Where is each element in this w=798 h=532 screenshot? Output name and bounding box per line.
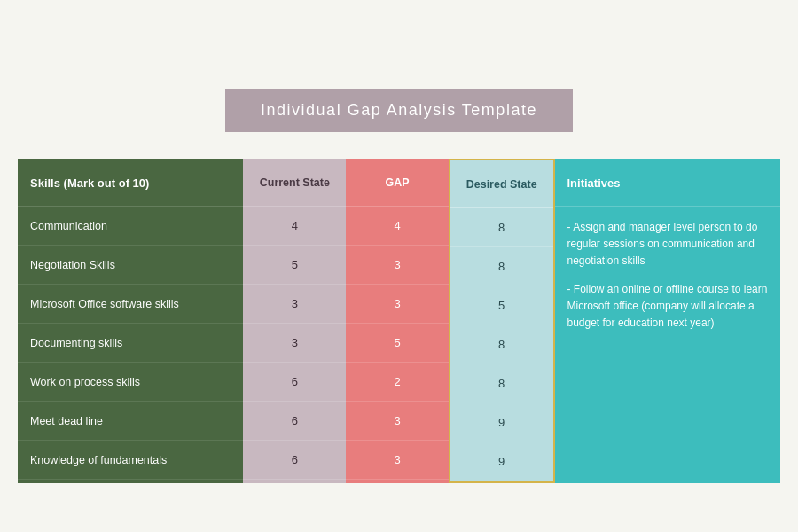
desired-row-1: 8 — [450, 208, 553, 247]
initiatives-line-1: - Assign and manager level person to do … — [567, 219, 768, 270]
gap-row-5: 2 — [346, 363, 449, 402]
current-row-3: 3 — [243, 285, 346, 324]
desired-row-7: 9 — [450, 442, 553, 481]
desired-state-header: Desired State — [450, 160, 553, 208]
page-title: Individual Gap Analysis Template — [225, 89, 573, 132]
gap-row-3: 3 — [346, 285, 449, 324]
gap-row-6: 3 — [346, 402, 449, 441]
gap-header: GAP — [346, 159, 449, 207]
skill-row-3: Microsoft Office software skills — [18, 285, 243, 324]
skill-row-4: Documenting skills — [18, 324, 243, 363]
initiatives-line-2: - Follow an online or offline course to … — [567, 281, 768, 332]
skill-row-5: Work on process skills — [18, 363, 243, 402]
desired-row-5: 8 — [450, 364, 553, 403]
initiatives-column: Initiatives - Assign and manager level p… — [555, 159, 780, 483]
gap-row-2: 3 — [346, 246, 449, 285]
skills-column: Skills (Mark out of 10) Communication Ne… — [18, 159, 243, 483]
skills-header: Skills (Mark out of 10) — [18, 159, 243, 207]
skill-row-6: Meet dead line — [18, 402, 243, 441]
skill-row-2: Negotiation Skills — [18, 246, 243, 285]
current-row-2: 5 — [243, 246, 346, 285]
desired-row-3: 5 — [450, 286, 553, 325]
desired-row-6: 9 — [450, 403, 553, 442]
desired-row-4: 8 — [450, 325, 553, 364]
current-state-header: Current State — [243, 159, 346, 207]
gap-column: GAP 4 3 3 5 2 3 3 — [346, 159, 449, 483]
current-row-4: 3 — [243, 324, 346, 363]
initiatives-content: - Assign and manager level person to do … — [555, 207, 780, 483]
initiatives-header: Initiatives — [555, 159, 780, 207]
current-row-1: 4 — [243, 207, 346, 246]
gap-row-4: 5 — [346, 324, 449, 363]
title-container: Individual Gap Analysis Template — [225, 89, 573, 132]
gap-analysis-table: Skills (Mark out of 10) Communication Ne… — [18, 159, 780, 483]
current-row-6: 6 — [243, 402, 346, 441]
current-row-7: 6 — [243, 441, 346, 480]
current-row-5: 6 — [243, 363, 346, 402]
current-state-column: Current State 4 5 3 3 6 6 6 — [243, 159, 346, 483]
gap-row-7: 3 — [346, 441, 449, 480]
gap-row-1: 4 — [346, 207, 449, 246]
desired-row-2: 8 — [450, 247, 553, 286]
desired-state-column: Desired State 8 8 5 8 8 9 9 — [449, 159, 555, 483]
skill-row-7: Knowledge of fundamentals — [18, 441, 243, 480]
skill-row-1: Communication — [18, 207, 243, 246]
